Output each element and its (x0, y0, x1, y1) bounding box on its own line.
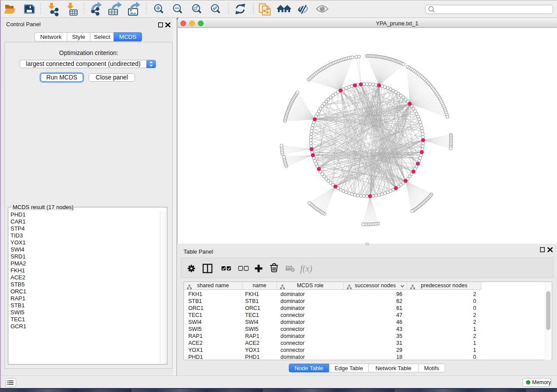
svg-text:f(x): f(x) (300, 264, 312, 274)
